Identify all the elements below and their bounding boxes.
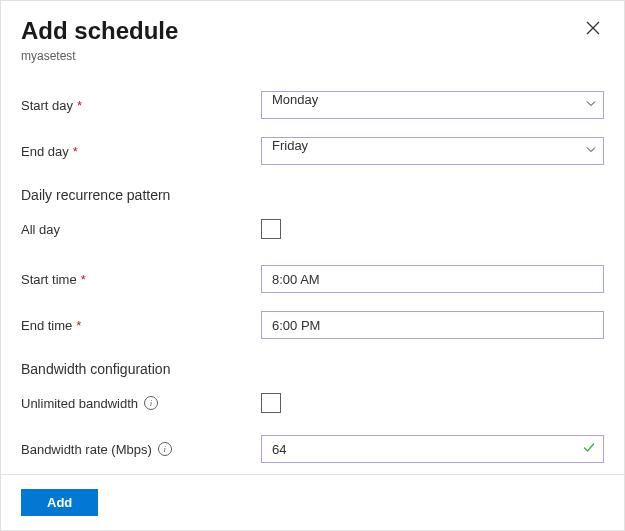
all-day-checkbox[interactable]	[261, 219, 281, 239]
info-icon[interactable]: i	[158, 442, 172, 456]
unlimited-checkbox[interactable]	[261, 393, 281, 413]
control-end-time	[261, 311, 604, 339]
control-end-day: Friday	[261, 137, 604, 165]
label-text: Start time	[21, 272, 77, 287]
label-unlimited: Unlimited bandwidth i	[21, 396, 261, 411]
row-unlimited: Unlimited bandwidth i	[21, 389, 604, 417]
bandwidth-rate-input[interactable]	[261, 435, 604, 463]
label-text: Bandwidth rate (Mbps)	[21, 442, 152, 457]
control-start-time	[261, 265, 604, 293]
control-bandwidth-rate	[261, 435, 604, 463]
label-end-day: End day *	[21, 144, 261, 159]
label-bandwidth-rate: Bandwidth rate (Mbps) i	[21, 442, 261, 457]
panel-header: Add schedule	[21, 17, 604, 45]
control-all-day	[261, 219, 604, 239]
label-start-day: Start day *	[21, 98, 261, 113]
row-end-day: End day * Friday	[21, 137, 604, 165]
label-text: All day	[21, 222, 60, 237]
end-day-value: Friday	[272, 138, 308, 153]
heading-bandwidth: Bandwidth configuration	[21, 361, 604, 377]
label-text: Start day	[21, 98, 73, 113]
row-start-day: Start day * Monday	[21, 91, 604, 119]
required-asterisk: *	[73, 144, 78, 159]
required-asterisk: *	[76, 318, 81, 333]
add-button[interactable]: Add	[21, 489, 98, 516]
label-start-time: Start time *	[21, 272, 261, 287]
info-icon[interactable]: i	[144, 396, 158, 410]
row-start-time: Start time *	[21, 265, 604, 293]
label-text: End day	[21, 144, 69, 159]
end-time-input[interactable]	[261, 311, 604, 339]
row-end-time: End time *	[21, 311, 604, 339]
panel-footer: Add	[1, 474, 624, 530]
label-text: Unlimited bandwidth	[21, 396, 138, 411]
row-all-day: All day	[21, 215, 604, 243]
control-unlimited	[261, 393, 604, 413]
heading-recurrence: Daily recurrence pattern	[21, 187, 604, 203]
start-time-input[interactable]	[261, 265, 604, 293]
required-asterisk: *	[81, 272, 86, 287]
close-button[interactable]	[582, 17, 604, 39]
add-schedule-panel: Add schedule myasetest Start day * Monda…	[0, 0, 625, 531]
end-day-select[interactable]: Friday	[261, 137, 604, 165]
label-text: End time	[21, 318, 72, 333]
label-all-day: All day	[21, 222, 261, 237]
control-start-day: Monday	[261, 91, 604, 119]
start-day-value: Monday	[272, 92, 318, 107]
row-bandwidth-rate: Bandwidth rate (Mbps) i	[21, 435, 604, 463]
required-asterisk: *	[77, 98, 82, 113]
label-end-time: End time *	[21, 318, 261, 333]
panel-title: Add schedule	[21, 17, 178, 45]
start-day-select[interactable]: Monday	[261, 91, 604, 119]
panel-subtitle: myasetest	[21, 49, 604, 63]
